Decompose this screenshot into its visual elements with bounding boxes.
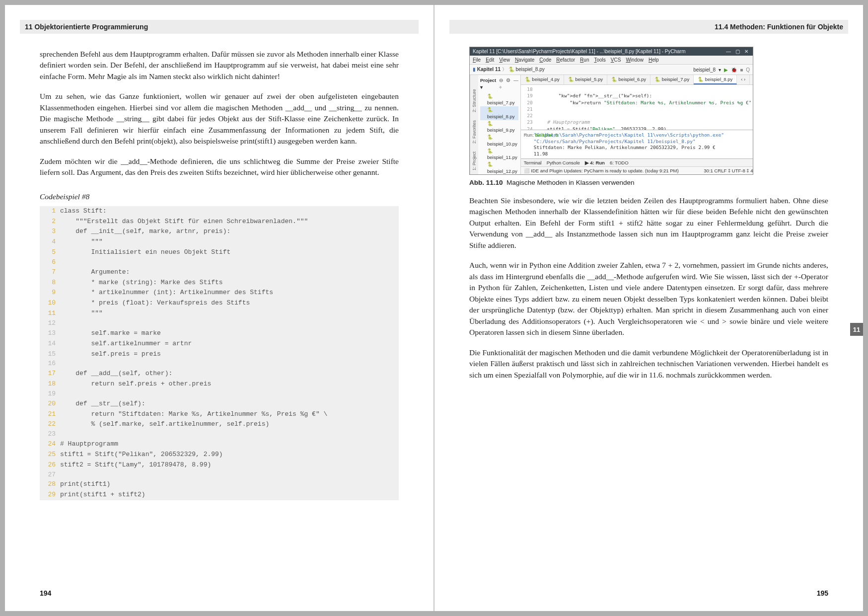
run-tool-window[interactable]: Run: beispiel_8 "C:\Users\Sarah\PycharmP… xyxy=(521,130,753,158)
running-head-left: 11 Objektorientierte Programmierung xyxy=(20,20,419,34)
page-number-left: 194 xyxy=(40,589,51,597)
para: Um zu sehen, wie das Ganze funktioniert,… xyxy=(40,91,399,147)
tool-window-tab[interactable]: 2: Favorites xyxy=(472,120,477,144)
menu-code[interactable]: Code xyxy=(539,57,551,63)
debug-icon[interactable]: 🐞 xyxy=(731,67,737,73)
figure-caption-text: Magische Methoden in Klassen verwenden xyxy=(506,179,634,186)
project-tool-window[interactable]: Project ▾ ⊖ ÷ ⚙ — 🐍 beispiel_7.py🐍 beisp… xyxy=(478,75,521,174)
para: sprechenden Befehl aus dem Hauptprogramm… xyxy=(40,49,399,82)
bottom-tool-tabs[interactable]: TerminalPython Console▶ 4: Run6: TODO 📰 … xyxy=(521,158,753,166)
menu-view[interactable]: View xyxy=(499,57,510,63)
editor-tabs[interactable]: 🐍 beispiel_4.py🐍 beispiel_5.py🐍 beispiel… xyxy=(521,75,753,85)
para: Die Funktionalität der magischen Methode… xyxy=(469,347,828,381)
bottom-tab[interactable]: Python Console xyxy=(547,160,580,165)
page-number-right: 195 xyxy=(817,589,828,597)
menu-window[interactable]: Window xyxy=(626,57,644,63)
figure-number: Abb. 11.10 xyxy=(469,179,503,186)
figure-caption: Abb. 11.10 Magische Methoden in Klassen … xyxy=(469,179,828,186)
menu-tools[interactable]: Tools xyxy=(594,57,605,63)
book-spread: 11 Objektorientierte Programmierung spre… xyxy=(0,0,868,616)
para: Zudem möchten wir die __add__-Methode de… xyxy=(40,156,399,178)
project-file[interactable]: 🐍 beispiel_9.py xyxy=(480,120,518,134)
project-file[interactable]: 🐍 beispiel_7.py xyxy=(480,93,518,107)
project-file[interactable]: 🐍 beispiel_10.py xyxy=(480,134,518,148)
bottom-tab[interactable]: Terminal xyxy=(524,160,542,165)
project-file[interactable]: 🐍 beispiel_8.py xyxy=(480,106,518,120)
run-icon[interactable]: ▶ xyxy=(724,67,728,73)
bottom-tab[interactable]: ▶ 4: Run xyxy=(585,160,605,165)
folder-icon: ▮ xyxy=(473,67,476,72)
run-output-line: 11.98 xyxy=(534,151,753,157)
run-config-dropdown[interactable]: beispiel_8 xyxy=(693,67,716,73)
para: Beachten Sie insbesondere, wie wir die l… xyxy=(469,195,828,251)
pycharm-screenshot: Kapitel 11 [C:\Users\Sarah\PycharmProjec… xyxy=(469,47,753,175)
status-bar: ⬜ IDE and Plugin Updates: PyCharm is rea… xyxy=(521,166,753,174)
breadcrumb-folder[interactable]: Kapitel 11 xyxy=(477,67,501,72)
stop-icon[interactable]: ■ xyxy=(740,67,743,73)
menu-bar[interactable]: FileEditViewNavigateCodeRefactorRunTools… xyxy=(470,56,753,65)
page-right: 11.4 Methoden: Funktionen für Objekte Ka… xyxy=(434,5,863,611)
close-icon[interactable]: ✕ xyxy=(743,49,750,54)
para: Auch, wenn wir in Python eine Addition z… xyxy=(469,260,828,338)
editor-tab[interactable]: 🐍 beispiel_6.py xyxy=(607,75,651,84)
editor-tab[interactable]: 🐍 beispiel_4.py xyxy=(521,75,564,84)
run-label: Run: xyxy=(524,132,534,138)
gear-icon[interactable]: ⚙ xyxy=(506,77,510,91)
file-icon: 🐍 xyxy=(508,67,514,72)
chapter-thumb-tab: 11 xyxy=(850,323,863,336)
menu-edit[interactable]: Edit xyxy=(486,57,494,63)
breadcrumb-file[interactable]: beispiel_8.py xyxy=(515,67,544,72)
run-tab[interactable]: beispiel_8 xyxy=(535,132,558,138)
tool-window-tab[interactable]: 1: Project xyxy=(472,152,477,170)
toolbar: ▮ Kapitel 11 〉 🐍 beispiel_8.py beispiel_… xyxy=(470,65,753,75)
editor-tab[interactable]: 🐍 beispiel_7.py xyxy=(651,75,694,84)
window-titlebar: Kapitel 11 [C:\Users\Sarah\PycharmProjec… xyxy=(470,47,753,56)
project-header[interactable]: Project ▾ xyxy=(480,77,496,91)
window-title: Kapitel 11 [C:\Users\Sarah\PycharmProjec… xyxy=(473,49,686,54)
menu-vcs[interactable]: VCS xyxy=(611,57,621,63)
project-file[interactable]: 🐍 beispiel_12.py xyxy=(480,161,518,175)
run-command: "C:\Users\Sarah\PycharmProjects\Kapitel … xyxy=(534,132,753,145)
page-left: 11 Objektorientierte Programmierung spre… xyxy=(5,5,434,611)
editor-tab[interactable]: 🐍 beispiel_8.py xyxy=(694,75,737,84)
code-example-heading: Codebeispiel #8 xyxy=(40,192,399,201)
project-file[interactable]: 🐍 beispiel_11.py xyxy=(480,148,518,161)
bottom-tab[interactable]: 6: TODO xyxy=(610,160,629,165)
menu-file[interactable]: File xyxy=(473,57,481,63)
tool-window-tab[interactable]: 2: Structure xyxy=(472,89,477,112)
menu-refactor[interactable]: Refactor xyxy=(556,57,575,63)
tab-overflow-icon[interactable]: ‹ › xyxy=(737,75,750,84)
search-icon[interactable]: Q xyxy=(746,67,750,73)
maximize-icon[interactable]: ▢ xyxy=(734,49,741,54)
menu-help[interactable]: Help xyxy=(649,57,659,63)
status-right[interactable]: 30:1 CRLF ‡ UTF-8 ‡ 4 spaces ‡ Python 3.… xyxy=(704,168,753,173)
editor-code[interactable]: 1819 "kw">def "fn">__str__("kw">self):20… xyxy=(521,85,753,130)
editor-tab[interactable]: 🐍 beispiel_5.py xyxy=(564,75,607,84)
status-left[interactable]: ⬜ IDE and Plugin Updates: PyCharm is rea… xyxy=(524,168,679,173)
menu-run[interactable]: Run xyxy=(580,57,589,63)
code-listing: 1class Stift:2 """Erstellt das Objekt St… xyxy=(40,206,399,500)
run-output-line: Stiftdaten: Marke Pelikan, Artikelnummer… xyxy=(534,145,753,151)
tool-window-strip[interactable]: 1: Project2: Favorites2: Structure xyxy=(470,75,478,174)
menu-navigate[interactable]: Navigate xyxy=(515,57,534,63)
running-head-right: 11.4 Methoden: Funktionen für Objekte xyxy=(449,20,848,34)
minimize-icon[interactable]: — xyxy=(725,49,732,54)
